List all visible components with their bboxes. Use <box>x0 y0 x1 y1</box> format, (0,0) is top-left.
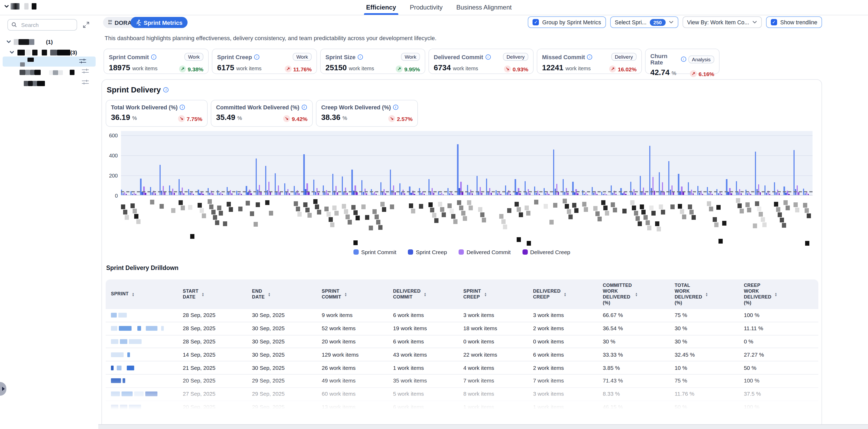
column-header-total-work-delivered-[interactable]: TOTALWORKDELIVERED(%)▲▼ <box>669 279 739 309</box>
info-icon[interactable] <box>301 104 307 110</box>
legend-item-delivered-commit[interactable]: Delivered Commit <box>459 249 510 255</box>
tree-item[interactable] <box>24 79 45 88</box>
chart-bar-sprint-commit <box>784 186 785 195</box>
filter-sliders-icon[interactable] <box>82 79 89 86</box>
table-row[interactable]: 28 Sep, 202530 Sep, 202520 work items6 w… <box>106 335 818 348</box>
sort-icon[interactable]: ▲▼ <box>132 292 134 296</box>
tree-item-level1[interactable]: (1) <box>6 37 53 47</box>
redacted-x-label <box>457 201 462 205</box>
sort-icon[interactable]: ▲▼ <box>268 292 271 296</box>
sort-icon[interactable]: ▲▼ <box>202 292 204 296</box>
tree-item-selected[interactable] <box>3 57 96 67</box>
column-header-delivered-commit[interactable]: DELIVEREDCOMMIT▲▼ <box>388 285 458 303</box>
checkbox-checked-icon[interactable] <box>533 19 539 25</box>
tab-efficiency[interactable]: Efficiency <box>366 0 396 15</box>
metric-card-value: 6175 <box>217 63 234 72</box>
redacted-x-label <box>647 225 651 230</box>
table-row[interactable]: 28 Sep, 202530 Sep, 20259 work items6 wo… <box>106 309 818 322</box>
sort-icon[interactable]: ▲▼ <box>635 292 638 296</box>
table-row[interactable]: 14 Sep, 202530 Sep, 2025129 work items43… <box>106 348 818 362</box>
tab-business-alignment[interactable]: Business Alignment <box>456 0 512 15</box>
info-icon[interactable] <box>485 54 491 59</box>
redacted-x-label <box>634 211 638 216</box>
info-icon[interactable] <box>681 57 686 62</box>
chart-bar-sprint-creep <box>536 193 537 195</box>
tab-productivity[interactable]: Productivity <box>410 0 442 15</box>
legend-item-sprint-creep[interactable]: Sprint Creep <box>408 249 447 255</box>
column-header-creep-work-delivered-[interactable]: CREEPWORKDELIVERED(%)▲▼ <box>739 279 818 309</box>
redacted-text <box>161 326 164 331</box>
select-sprints-dropdown[interactable]: Select Spri... 250 <box>610 17 678 28</box>
metric-card-unit: work items <box>565 65 591 71</box>
redacted-x-label <box>482 217 486 222</box>
sort-icon[interactable]: ▲▼ <box>564 292 566 296</box>
sort-icon[interactable]: ▲▼ <box>344 292 347 296</box>
info-icon[interactable] <box>358 54 363 59</box>
tree-item-level2[interactable]: (3) <box>9 48 77 57</box>
info-icon[interactable] <box>393 104 398 110</box>
redacted-x-label <box>713 217 717 222</box>
sort-icon[interactable]: ▲▼ <box>705 292 708 296</box>
table-row[interactable]: 27 Sep, 202529 Sep, 202560 work items5 w… <box>106 388 818 401</box>
column-header-sprint-commit[interactable]: SPRINTCOMMIT▲▼ <box>316 285 388 303</box>
legend-label: Sprint Commit <box>361 249 396 255</box>
sort-icon[interactable]: ▲▼ <box>484 292 487 296</box>
show-trendline-checkbox[interactable]: Show trendline <box>766 17 822 28</box>
info-icon[interactable] <box>180 104 185 110</box>
info-icon[interactable] <box>587 54 592 59</box>
chevron-down-icon <box>669 21 673 24</box>
sprint-metrics-toggle-button[interactable]: Sprint Metrics <box>130 17 188 28</box>
table-row[interactable]: 20 Sep, 202529 Sep, 202549 work items35 … <box>106 375 818 388</box>
checkbox-checked-icon[interactable] <box>771 19 777 25</box>
redacted-x-label <box>467 200 471 205</box>
column-header-end-date[interactable]: ENDDATE▲▼ <box>247 285 316 303</box>
table-cell: 33.33 % <box>597 351 669 358</box>
group-by-sprint-metrics-checkbox[interactable]: Group by Sprint Metrics <box>528 17 606 28</box>
column-header-label: CREEPWORKDELIVERED(%) <box>744 283 771 306</box>
chart-bar-sprint-creep <box>488 192 489 195</box>
redacted-x-label <box>213 215 217 219</box>
table-row[interactable]: 21 Sep, 202530 Sep, 202526 work items1 w… <box>106 361 818 375</box>
table-row[interactable]: 20 Sep, 202529 Sep, 202513 work items6 w… <box>106 401 818 414</box>
chart-bar-sprint-creep <box>728 192 729 195</box>
column-header-label: SPRINTCREEP <box>463 288 481 300</box>
redacted-x-label <box>707 201 711 206</box>
redacted-x-label <box>461 211 465 216</box>
column-header-delivered-creep[interactable]: DELIVEREDCREEP▲▼ <box>528 285 597 303</box>
column-header-sprint[interactable]: SPRINT▲▼ <box>106 288 178 300</box>
chart-bar-delivered-creep <box>395 192 396 195</box>
info-icon[interactable] <box>163 87 169 92</box>
expand-icon[interactable] <box>83 22 89 28</box>
info-icon[interactable] <box>254 54 259 59</box>
delivery-card-value: 36.19 <box>111 113 130 122</box>
legend-item-sprint-commit[interactable]: Sprint Commit <box>353 249 396 255</box>
sort-icon[interactable]: ▲▼ <box>774 292 777 296</box>
table-row[interactable]: 28 Sep, 202530 Sep, 202552 work items19 … <box>106 322 818 335</box>
sort-icon[interactable]: ▲▼ <box>424 292 426 296</box>
column-header-committed-work-delivered-[interactable]: COMMITTEDWORKDELIVERED(%)▲▼ <box>597 279 669 309</box>
info-icon[interactable] <box>151 54 156 59</box>
chart-bar-delivered-creep <box>471 193 472 195</box>
trend-percent: 2.57% <box>397 116 413 122</box>
redacted-text <box>30 70 34 75</box>
legend-item-delivered-creep[interactable]: Delivered Creep <box>522 249 570 255</box>
filter-sliders-icon[interactable] <box>82 68 89 74</box>
filter-sliders-icon[interactable] <box>79 58 86 64</box>
search-input[interactable] <box>20 21 70 29</box>
tree-item[interactable] <box>20 68 74 77</box>
chart-bar-delivered-creep <box>558 192 559 195</box>
redacted-x-label <box>354 240 358 245</box>
column-header-start-date[interactable]: STARTDATE▲▼ <box>178 285 247 303</box>
sidebar-search[interactable] <box>7 19 77 31</box>
view-by-dropdown[interactable]: View By: Work Item Co... <box>682 17 762 28</box>
view-by-label: View By: Work Item Co... <box>687 19 749 25</box>
column-header-sprint-creep[interactable]: SPRINTCREEP▲▼ <box>458 285 528 303</box>
chart-trendline <box>121 191 812 192</box>
bottom-scroll-strip[interactable] <box>98 424 868 429</box>
redacted-text <box>24 81 28 86</box>
workspace-logo[interactable] <box>4 3 36 9</box>
chart-bar-sprint-commit <box>649 146 650 195</box>
table-cell: 75 % <box>669 312 739 318</box>
drilldown-title: Sprint Delivery Drilldown <box>106 265 179 271</box>
redacted-x-label <box>452 214 456 218</box>
